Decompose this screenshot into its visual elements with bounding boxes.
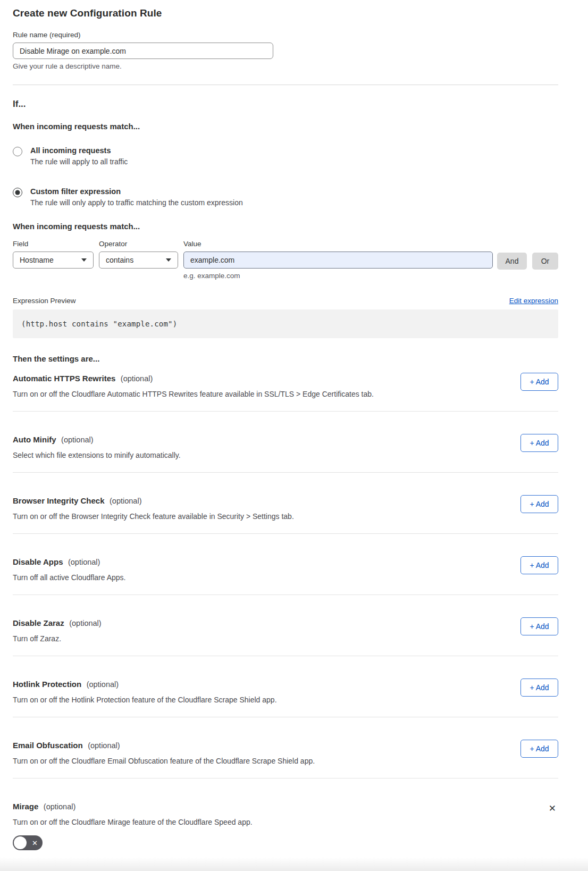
setting-description: Select which file extensions to minify a… xyxy=(13,451,181,459)
expression-preview-row: Expression Preview Edit expression xyxy=(13,297,558,305)
operator-select[interactable]: contains xyxy=(99,252,178,269)
setting-row-automatic-https-rewrites: Automatic HTTPS Rewrites (optional) Turn… xyxy=(13,363,558,412)
add-browser-integrity-check-button[interactable]: + Add xyxy=(520,495,558,513)
rule-name-label: Rule name (required) xyxy=(13,31,558,39)
setting-description: Turn on or off the Browser Integrity Che… xyxy=(13,512,294,521)
match-type-heading: When incoming requests match... xyxy=(13,122,558,131)
setting-row-auto-minify: Auto Minify (optional) Select which file… xyxy=(13,412,558,473)
setting-row-browser-integrity-check: Browser Integrity Check (optional) Turn … xyxy=(13,473,558,534)
expression-builder-row: Field Hostname Operator contains Value e… xyxy=(13,240,558,280)
setting-row-disable-apps: Disable Apps (optional) Turn off all act… xyxy=(13,534,558,595)
field-select[interactable]: Hostname xyxy=(13,252,94,269)
setting-description: Turn off Zaraz. xyxy=(13,634,102,643)
value-label: Value xyxy=(183,240,493,248)
setting-description: Turn on or off the Cloudflare Email Obfu… xyxy=(13,757,315,765)
and-button[interactable]: And xyxy=(497,253,527,270)
settings-list: Automatic HTTPS Rewrites (optional) Turn… xyxy=(13,363,558,863)
setting-description: Turn on or off the Cloudflare Automatic … xyxy=(13,390,374,398)
radio-description: The rule will only apply to traffic matc… xyxy=(30,198,243,207)
operator-select-value: contains xyxy=(106,256,133,264)
expression-preview-code: (http.host contains "example.com") xyxy=(13,309,558,338)
setting-title: Email Obfuscation xyxy=(13,741,83,750)
setting-description: Turn off all active Cloudflare Apps. xyxy=(13,573,125,582)
value-helper: e.g. example.com xyxy=(183,272,493,280)
setting-title: Browser Integrity Check xyxy=(13,496,105,505)
setting-optional-label: (optional) xyxy=(88,741,120,750)
setting-optional-label: (optional) xyxy=(87,680,119,689)
setting-row-mirage: Mirage (optional) Turn on or off the Clo… xyxy=(13,778,558,863)
setting-title: Auto Minify xyxy=(13,435,56,444)
add-hotlink-protection-button[interactable]: + Add xyxy=(520,679,558,697)
setting-title: Hotlink Protection xyxy=(13,680,81,689)
or-button[interactable]: Or xyxy=(532,253,558,270)
chevron-down-icon xyxy=(81,258,87,262)
toggle-off-icon: ✕ xyxy=(32,840,38,847)
radio-label: All incoming requests xyxy=(30,146,128,155)
add-automatic-https-rewrites-button[interactable]: + Add xyxy=(520,373,558,391)
setting-optional-label: (optional) xyxy=(61,436,93,444)
expression-preview-label: Expression Preview xyxy=(13,297,76,305)
value-input[interactable] xyxy=(183,252,493,269)
add-disable-zaraz-button[interactable]: + Add xyxy=(520,617,558,635)
rule-name-input[interactable] xyxy=(13,43,273,59)
setting-row-email-obfuscation: Email Obfuscation (optional) Turn on or … xyxy=(13,717,558,778)
setting-description: Turn on or off the Cloudflare Mirage fea… xyxy=(13,818,253,826)
radio-description: The rule will apply to all traffic xyxy=(30,157,128,166)
operator-label: Operator xyxy=(99,240,178,248)
add-disable-apps-button[interactable]: + Add xyxy=(520,556,558,574)
field-select-value: Hostname xyxy=(20,256,54,264)
rule-name-helper: Give your rule a descriptive name. xyxy=(13,62,558,70)
if-heading: If... xyxy=(13,99,558,110)
setting-title: Disable Zaraz xyxy=(13,618,64,627)
expression-text: (http.host contains "example.com") xyxy=(21,320,177,328)
expression-builder-heading: When incoming requests match... xyxy=(13,222,558,231)
setting-row-disable-zaraz: Disable Zaraz (optional) Turn off Zaraz.… xyxy=(13,595,558,656)
close-icon[interactable]: ✕ xyxy=(547,803,558,814)
setting-title: Automatic HTTPS Rewrites xyxy=(13,374,115,383)
setting-optional-label: (optional) xyxy=(44,802,75,811)
setting-row-hotlink-protection: Hotlink Protection (optional) Turn on or… xyxy=(13,656,558,717)
field-label: Field xyxy=(13,240,94,248)
radio-label: Custom filter expression xyxy=(30,187,243,196)
setting-optional-label: (optional) xyxy=(121,374,153,383)
radio-button-all-incoming-requests[interactable] xyxy=(13,147,22,156)
setting-optional-label: (optional) xyxy=(68,558,100,566)
chevron-down-icon xyxy=(166,258,171,262)
top-divider xyxy=(13,85,558,85)
page-title: Create new Configuration Rule xyxy=(13,7,558,19)
create-configuration-rule-page: Create new Configuration Rule Rule name … xyxy=(0,0,588,863)
radio-button-custom-filter-expression[interactable] xyxy=(13,188,22,197)
setting-optional-label: (optional) xyxy=(110,497,141,505)
setting-title: Mirage xyxy=(13,802,38,811)
setting-optional-label: (optional) xyxy=(69,619,101,627)
setting-title: Disable Apps xyxy=(13,557,63,566)
setting-description: Turn on or off the Hotlink Protection fe… xyxy=(13,696,277,704)
add-auto-minify-button[interactable]: + Add xyxy=(520,434,558,452)
mirage-toggle[interactable]: ✕ xyxy=(13,835,43,850)
radio-option-custom-filter-expression[interactable]: Custom filter expression The rule will o… xyxy=(13,187,558,207)
edit-expression-link[interactable]: Edit expression xyxy=(509,297,558,305)
settings-heading: Then the settings are... xyxy=(13,354,558,363)
radio-option-all-incoming-requests[interactable]: All incoming requests The rule will appl… xyxy=(13,146,558,166)
toggle-knob xyxy=(14,836,27,849)
add-email-obfuscation-button[interactable]: + Add xyxy=(520,740,558,758)
